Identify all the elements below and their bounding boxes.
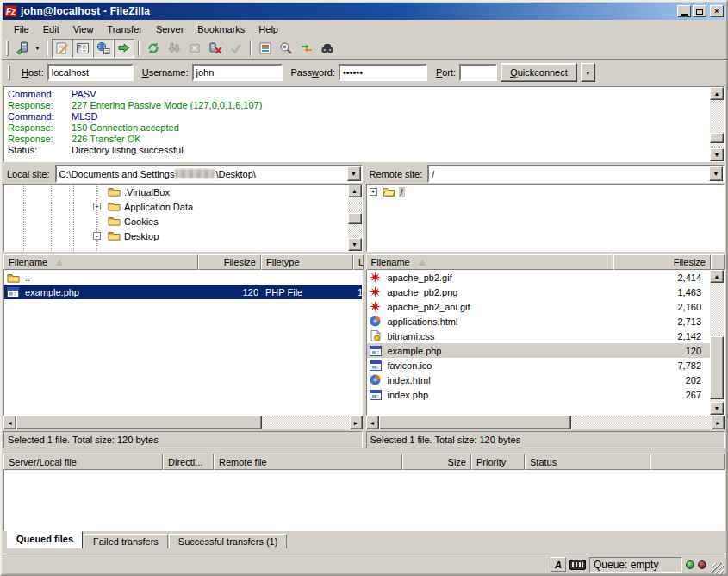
file-row[interactable]: apache_pb2_ani.gif 2,160 (367, 299, 711, 314)
file-row[interactable]: applications.html 2,713 (367, 314, 711, 329)
scroll-down-button[interactable]: ▼ (710, 402, 724, 415)
file-row[interactable]: index.html 202 (367, 373, 711, 387)
remote-file-rows[interactable]: apache_pb2.gif 2,414 apache_pb2.png 1,46… (367, 270, 711, 415)
local-horizontal-scrollbar[interactable]: ◄ ► (3, 416, 363, 429)
menu-help[interactable]: Help (252, 22, 285, 36)
scroll-right-button[interactable]: ► (712, 416, 725, 429)
tab-failed-transfers[interactable]: Failed transfers (84, 534, 168, 548)
remote-tree-body[interactable]: + / (367, 185, 725, 251)
toggle-message-log-button[interactable] (52, 39, 72, 58)
scroll-up-button[interactable]: ▲ (348, 185, 362, 197)
scroll-right-button[interactable]: ► (350, 416, 363, 429)
column-header-filesize[interactable]: Filesize (198, 254, 261, 270)
column-header-status[interactable]: Status (525, 454, 650, 470)
quickbar-grip[interactable] (8, 65, 10, 80)
speed-limit-icon[interactable] (569, 560, 586, 570)
filezilla-app-icon[interactable]: Fz (4, 5, 17, 17)
tree-item-cookies[interactable]: Cookies (4, 214, 348, 229)
expand-icon[interactable]: + (370, 188, 377, 196)
quickconnect-button[interactable]: Quickconnect (501, 63, 577, 82)
file-row[interactable]: bitnami.css 2,142 (367, 329, 711, 343)
expand-icon[interactable]: + (93, 203, 101, 210)
toggle-local-tree-button[interactable] (72, 39, 93, 58)
column-header-priority[interactable]: Priority (471, 454, 525, 470)
toolbar-grip[interactable] (6, 41, 9, 56)
remote-site-dropdown[interactable]: ▼ (709, 166, 723, 181)
scroll-track[interactable] (379, 416, 712, 429)
collapse-icon[interactable]: - (93, 232, 101, 240)
column-header-filesize[interactable]: Filesize (613, 254, 712, 270)
menu-server[interactable]: Server (149, 22, 190, 36)
file-row[interactable]: favicon.ico 7,782 (367, 358, 711, 373)
file-search-button[interactable] (317, 39, 338, 58)
quickconnect-dropdown[interactable]: ▼ (581, 63, 595, 82)
scroll-up-button[interactable]: ▲ (710, 270, 724, 283)
file-row[interactable]: index.php 267 (367, 387, 711, 402)
column-header-filetype[interactable]: Filetype (261, 254, 353, 270)
scroll-left-button[interactable]: ◄ (366, 416, 379, 429)
resize-grip[interactable] (712, 563, 724, 574)
column-header-filename[interactable]: Filename (366, 254, 613, 270)
process-queue-button[interactable] (164, 39, 184, 58)
filter-button[interactable] (255, 39, 276, 58)
username-input[interactable] (192, 64, 283, 81)
title-bar[interactable]: Fz john@localhost - FileZilla × (3, 3, 725, 20)
scroll-thumb[interactable] (16, 416, 262, 429)
scroll-down-button[interactable]: ▼ (710, 148, 724, 161)
site-manager-button[interactable] (11, 39, 32, 58)
refresh-button[interactable] (143, 39, 164, 58)
tree-item-root[interactable]: + / (367, 185, 725, 199)
tree-item-application-data[interactable]: + Application Data (4, 199, 348, 214)
column-header-remote-file[interactable]: Remote file (214, 454, 402, 470)
menu-transfer[interactable]: Transfer (100, 22, 149, 36)
tab-queued-files[interactable]: Queued files (7, 531, 83, 548)
file-row-example-php[interactable]: example.php 120 PHP File 1 (4, 285, 362, 299)
menu-bookmarks[interactable]: Bookmarks (190, 22, 252, 36)
scroll-up-button[interactable]: ▲ (710, 87, 724, 100)
scroll-thumb[interactable] (379, 416, 571, 429)
local-site-combobox[interactable]: C:\Documents and Settings\Desktop\ ▼ (55, 165, 363, 183)
column-header-direction[interactable]: Directi... (163, 454, 214, 470)
local-tree-scrollbar[interactable]: ▲ ▼ (348, 185, 362, 251)
local-tree-body[interactable]: .VirtualBox + Application Data Cookies - (4, 185, 348, 251)
scroll-thumb[interactable] (710, 336, 724, 399)
menu-edit[interactable]: Edit (36, 22, 66, 36)
scroll-track[interactable] (16, 416, 350, 429)
menu-file[interactable]: File (7, 22, 36, 36)
toggle-transfer-queue-button[interactable] (114, 39, 134, 58)
scroll-track[interactable] (710, 283, 724, 402)
column-header-lastmodified[interactable]: L (353, 254, 364, 270)
host-input[interactable] (47, 64, 134, 81)
file-row[interactable]: apache_pb2.png 1,463 (367, 285, 711, 299)
tree-item-desktop[interactable]: - Desktop (4, 229, 348, 243)
directory-comparison-button[interactable] (276, 39, 296, 58)
scroll-down-button[interactable]: ▼ (348, 238, 362, 251)
queue-list[interactable] (3, 470, 725, 531)
scroll-track[interactable] (348, 197, 362, 238)
scroll-left-button[interactable]: ◄ (3, 416, 16, 429)
site-manager-dropdown[interactable]: ▼ (32, 39, 43, 58)
password-input[interactable] (339, 64, 427, 81)
ascii-data-type-icon[interactable]: A (551, 557, 566, 572)
synchronized-browsing-button[interactable] (296, 39, 317, 58)
scroll-thumb[interactable] (348, 213, 362, 224)
scroll-thumb[interactable] (710, 133, 724, 143)
tab-successful-transfers[interactable]: Successful transfers (1) (169, 534, 288, 548)
reconnect-button[interactable] (226, 39, 246, 58)
log-vertical-scrollbar[interactable]: ▲ ▼ (710, 87, 724, 161)
port-input[interactable] (459, 64, 497, 81)
disconnect-button[interactable] (205, 39, 226, 58)
file-row-parent-dir[interactable]: .. (4, 270, 362, 285)
remote-list-scrollbar[interactable]: ▲ ▼ (710, 270, 724, 415)
remote-site-combobox[interactable]: / ▼ (427, 165, 725, 183)
toggle-remote-tree-button[interactable] (93, 39, 114, 58)
scroll-track[interactable] (710, 100, 724, 148)
column-header-server-local-file[interactable]: Server/Local file (3, 454, 163, 470)
remote-horizontal-scrollbar[interactable]: ◄ ► (366, 416, 725, 429)
minimize-button[interactable] (677, 5, 691, 17)
local-site-dropdown[interactable]: ▼ (347, 166, 361, 181)
tree-item-virtualbox[interactable]: .VirtualBox (4, 185, 348, 199)
menu-view[interactable]: View (66, 22, 101, 36)
column-header-filename[interactable]: Filename (3, 254, 198, 270)
maximize-button[interactable] (693, 5, 706, 17)
